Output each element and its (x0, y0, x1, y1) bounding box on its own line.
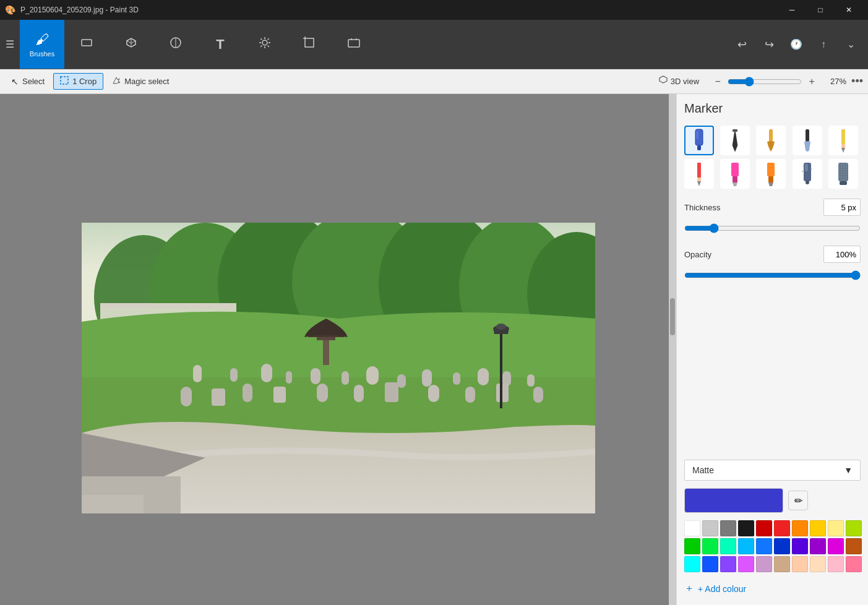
add-color-button[interactable]: ＋ + Add colour (684, 580, 861, 598)
color-darkblue[interactable] (774, 538, 790, 554)
color-cornblue[interactable] (702, 556, 718, 572)
overflow-button[interactable]: ⌄ (838, 33, 863, 55)
color-tan[interactable] (774, 556, 790, 572)
color-lightgreen[interactable] (702, 538, 718, 554)
svg-rect-53 (317, 337, 335, 340)
crop-select-button[interactable]: 1 Crop (53, 73, 103, 90)
panel-title: Marker (684, 101, 861, 116)
color-magenta[interactable] (828, 538, 844, 554)
minimize-button[interactable]: ─ (778, 0, 806, 20)
color-skin[interactable] (810, 556, 826, 572)
3d-library-button[interactable] (332, 20, 376, 69)
color-lightgray[interactable] (702, 520, 718, 536)
secondary-toolbar: ↖ Select 1 Crop Magic select 3D view − + (0, 69, 868, 94)
select-button[interactable]: ↖ Select (5, 74, 51, 89)
maximize-button[interactable]: □ (806, 0, 835, 20)
2d-shapes-tool-button[interactable] (64, 20, 109, 69)
effects-tool-button[interactable] (243, 20, 287, 69)
svg-rect-32 (286, 371, 292, 384)
brushes-tool-button[interactable]: 🖌 Brushes (20, 20, 64, 69)
opacity-slider[interactable] (684, 270, 861, 280)
thickness-input[interactable] (823, 199, 861, 216)
overflow-icon: ⌄ (847, 38, 855, 50)
brush-marker[interactable] (684, 126, 714, 155)
brush-highlighter[interactable] (720, 159, 750, 189)
zoom-slider[interactable] (728, 77, 802, 87)
brush-calligraphy[interactable] (720, 126, 750, 155)
opacity-slider-row (684, 268, 861, 283)
magic-select-button[interactable]: Magic select (106, 74, 175, 89)
svg-point-75 (806, 181, 809, 184)
svg-rect-82 (840, 181, 847, 185)
color-white[interactable] (684, 520, 700, 536)
brush-oil[interactable] (756, 126, 786, 155)
color-cyan[interactable] (720, 538, 736, 554)
thickness-slider-row (684, 221, 861, 236)
brush-texture[interactable] (828, 159, 858, 189)
close-button[interactable]: ✕ (835, 0, 863, 20)
color-darkred[interactable] (756, 520, 772, 536)
color-black[interactable] (738, 520, 754, 536)
color-indigo[interactable] (792, 538, 808, 554)
color-palette (684, 520, 861, 572)
svg-rect-74 (805, 164, 808, 171)
more-options-button[interactable]: ••• (851, 75, 863, 88)
brush-spray[interactable] (793, 159, 822, 189)
color-lightyellow[interactable] (828, 520, 844, 536)
scrollbar-thumb[interactable] (670, 298, 675, 335)
color-rose[interactable] (846, 556, 862, 572)
selected-color-swatch[interactable] (684, 488, 783, 513)
crop-icon (303, 36, 316, 53)
share-button[interactable]: ↑ (811, 34, 836, 55)
color-yellowgreen[interactable] (846, 520, 862, 536)
thickness-slider[interactable] (684, 223, 861, 233)
color-purple[interactable] (810, 538, 826, 554)
redo-button[interactable]: ↪ (757, 33, 781, 56)
color-pink[interactable] (828, 556, 844, 572)
history-button[interactable]: 🕐 (784, 33, 809, 55)
undo-button[interactable]: ↩ (729, 33, 754, 56)
color-plum[interactable] (756, 556, 772, 572)
svg-point-3 (262, 40, 267, 45)
color-red[interactable] (774, 520, 790, 536)
stickers-tool-button[interactable] (153, 20, 198, 69)
crop-tool-button[interactable] (287, 20, 332, 69)
brush-colored-pencil[interactable] (684, 159, 714, 189)
open-file-button[interactable]: ☰ (0, 20, 20, 69)
color-orchid[interactable] (738, 556, 754, 572)
color-aqua[interactable] (684, 556, 700, 572)
color-orange[interactable] (792, 520, 808, 536)
svg-rect-29 (193, 365, 202, 382)
svg-rect-47 (354, 385, 364, 402)
3d-view-button[interactable]: 3D view (652, 73, 705, 90)
svg-rect-0 (82, 40, 92, 46)
svg-rect-64 (806, 129, 809, 142)
opacity-input[interactable] (823, 246, 861, 263)
brush-watercolor[interactable] (793, 126, 822, 155)
color-green[interactable] (684, 538, 700, 554)
color-brown[interactable] (846, 538, 862, 554)
vertical-scrollbar[interactable] (669, 94, 676, 605)
color-blue[interactable] (756, 538, 772, 554)
eyedropper-button[interactable]: ✏ (788, 491, 808, 510)
brush-marker2[interactable] (756, 159, 786, 189)
matte-dropdown[interactable]: Matte ▼ (684, 460, 861, 481)
color-peach[interactable] (792, 556, 808, 572)
add-color-icon: ＋ (684, 582, 694, 595)
3d-shapes-tool-button[interactable] (109, 20, 153, 69)
zoom-in-button[interactable]: + (804, 74, 819, 89)
svg-rect-42 (181, 387, 192, 406)
color-gray[interactable] (720, 520, 736, 536)
canvas-area[interactable] (0, 94, 676, 605)
color-yellow[interactable] (810, 520, 826, 536)
color-lightblue[interactable] (738, 538, 754, 554)
crop-select-icon (60, 76, 69, 87)
text-tool-button[interactable]: T (198, 20, 243, 69)
svg-rect-54 (323, 340, 329, 365)
svg-rect-46 (317, 384, 328, 402)
select-icon: ↖ (11, 77, 19, 87)
zoom-out-button[interactable]: − (710, 74, 725, 89)
color-violet[interactable] (720, 556, 736, 572)
crop-label: 1 Crop (72, 77, 97, 86)
brush-pencil[interactable] (828, 126, 858, 155)
